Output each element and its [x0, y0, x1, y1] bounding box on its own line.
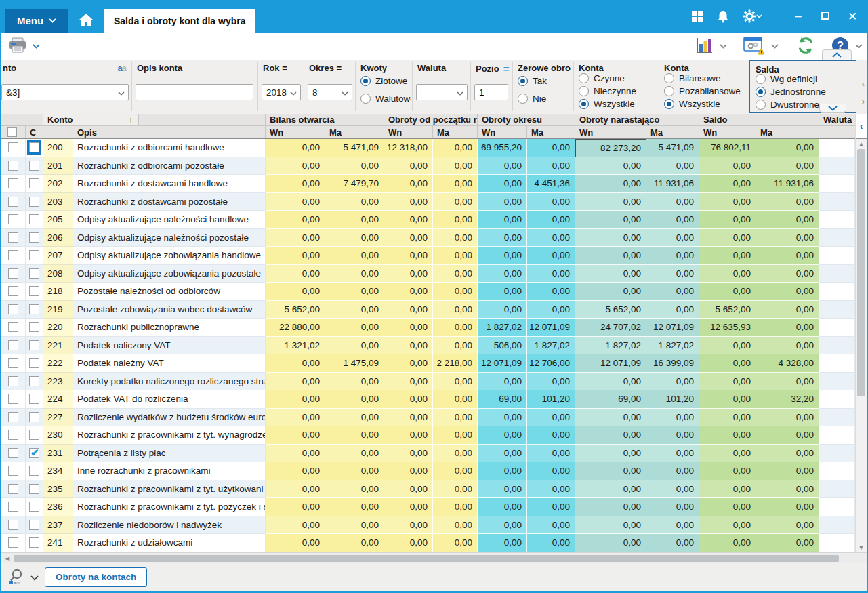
- cell-obroty-okresu-ma[interactable]: 0,00: [527, 498, 575, 516]
- cell-obroty-poczatku-wn[interactable]: 0,00: [384, 534, 433, 552]
- row-select-cell[interactable]: [1, 354, 26, 373]
- cell-obroty-narastajaco-wn[interactable]: 0,00: [575, 498, 646, 516]
- cell-obroty-narastajaco-ma[interactable]: 0,00: [646, 426, 699, 445]
- close-button[interactable]: ✕: [844, 9, 861, 24]
- cell-obroty-poczatku-wn[interactable]: 0,00: [384, 337, 433, 355]
- row-konto[interactable]: 219: [43, 301, 73, 319]
- cell-obroty-okresu-ma[interactable]: 0,00: [527, 373, 575, 391]
- konto-column-header[interactable]: Konto ↑: [43, 114, 139, 126]
- refresh-button[interactable]: [796, 36, 815, 57]
- cell-obroty-poczatku-ma[interactable]: 0,00: [433, 193, 478, 211]
- cell-saldo-wn[interactable]: 0,00: [699, 516, 756, 535]
- equals-icon[interactable]: =: [503, 63, 510, 75]
- row-select-checkbox[interactable]: [8, 394, 18, 404]
- row-select-cell[interactable]: [1, 480, 26, 499]
- cell-obroty-okresu-wn[interactable]: 0,00: [478, 193, 527, 211]
- table-row[interactable]: 230 Rozrachunki z pracownikami z tyt. wy…: [1, 426, 855, 445]
- cell-obroty-narastajaco-ma[interactable]: 5 471,09: [646, 139, 699, 157]
- filter-scroll-left-arrow[interactable]: ‹: [862, 79, 865, 89]
- salda-dwustronne-radio[interactable]: Dwustronne: [756, 100, 819, 110]
- cell-bilans-otwarcia-ma[interactable]: 0,00: [325, 516, 384, 535]
- cell-bilans-otwarcia-ma[interactable]: 0,00: [325, 319, 384, 337]
- cell-obroty-okresu-ma[interactable]: 0,00: [527, 157, 575, 176]
- cell-bilans-otwarcia-wn[interactable]: 5 652,00: [266, 301, 325, 319]
- table-row[interactable]: 203 Rozrachunki z dostawcami pozostałe 0…: [1, 193, 855, 211]
- row-c-checkbox[interactable]: [29, 520, 39, 530]
- cell-obroty-narastajaco-ma[interactable]: 0,00: [646, 193, 699, 211]
- row-c-cell[interactable]: [26, 193, 43, 211]
- row-opis[interactable]: Rozrachunki z dostawcami handlowe: [73, 175, 266, 193]
- row-konto[interactable]: 234: [43, 462, 73, 480]
- row-c-checkbox[interactable]: [29, 448, 39, 458]
- menu-button[interactable]: Menu: [5, 9, 68, 33]
- cell-obroty-poczatku-ma[interactable]: 0,00: [433, 229, 478, 247]
- row-opis[interactable]: Rozliczenie niedoborów i nadwyżek: [73, 516, 266, 535]
- cell-obroty-poczatku-wn[interactable]: 0,00: [384, 426, 433, 445]
- cell-obroty-poczatku-wn[interactable]: 0,00: [384, 265, 433, 283]
- row-select-cell[interactable]: [1, 175, 26, 193]
- row-select-checkbox[interactable]: [8, 412, 18, 422]
- cell-saldo-ma[interactable]: 32,20: [756, 390, 819, 409]
- panel-collapse-left-button[interactable]: ‹: [856, 114, 867, 139]
- cell-obroty-poczatku-ma[interactable]: 0,00: [433, 426, 478, 445]
- row-select-cell[interactable]: [1, 373, 26, 391]
- bo-ma-header[interactable]: Ma: [325, 126, 384, 138]
- cell-waluta[interactable]: [819, 337, 855, 355]
- cell-saldo-ma[interactable]: 0,00: [756, 301, 819, 319]
- table-row[interactable]: 221 Podatek naliczony VAT 1 321,02 0,00 …: [1, 337, 855, 355]
- cell-obroty-okresu-ma[interactable]: 0,00: [527, 247, 575, 265]
- row-select-cell[interactable]: [1, 462, 26, 480]
- cell-obroty-poczatku-wn[interactable]: 0,00: [384, 409, 433, 427]
- cell-waluta[interactable]: [819, 516, 855, 535]
- row-konto[interactable]: 235: [43, 480, 73, 499]
- cell-waluta[interactable]: [819, 139, 855, 157]
- row-konto[interactable]: 205: [43, 211, 73, 229]
- waluta-select[interactable]: [416, 84, 468, 100]
- okres-select[interactable]: 8: [308, 84, 352, 100]
- row-c-checkbox[interactable]: [29, 197, 39, 207]
- table-row[interactable]: 222 Podatek należny VAT 0,00 1 475,09 0,…: [1, 354, 855, 373]
- row-c-checkbox[interactable]: [29, 358, 39, 368]
- row-c-checkbox[interactable]: [29, 484, 39, 494]
- cell-obroty-narastajaco-ma[interactable]: 0,00: [646, 373, 699, 391]
- row-select-checkbox[interactable]: [8, 178, 18, 188]
- row-c-checkbox[interactable]: [29, 466, 39, 476]
- konta-wszystkie-radio[interactable]: Wszystkie: [579, 99, 635, 109]
- row-opis[interactable]: Rozrachunki publicznoprawne: [73, 319, 266, 337]
- row-c-cell[interactable]: [26, 139, 43, 157]
- row-select-cell[interactable]: [1, 301, 26, 319]
- cell-saldo-ma[interactable]: 0,00: [756, 319, 819, 337]
- table-row[interactable]: 208 Odpisy aktualizujące zobowiązania po…: [1, 265, 855, 283]
- cell-obroty-okresu-wn[interactable]: 0,00: [478, 534, 527, 552]
- cell-obroty-narastajaco-wn[interactable]: 0,00: [575, 516, 646, 535]
- cell-obroty-okresu-ma[interactable]: 0,00: [527, 211, 575, 229]
- table-row[interactable]: 223 Korekty podatku naliczonego rozlicza…: [1, 373, 855, 391]
- table-row[interactable]: 220 Rozrachunki publicznoprawne 22 880,0…: [1, 319, 855, 337]
- cell-obroty-okresu-ma[interactable]: 12 071,09: [527, 319, 575, 337]
- cell-waluta[interactable]: [819, 301, 855, 319]
- row-opis[interactable]: Rozliczenie wydatków z budżetu środków e…: [73, 409, 266, 427]
- cell-obroty-narastajaco-ma[interactable]: 0,00: [646, 247, 699, 265]
- row-konto[interactable]: 224: [43, 390, 73, 409]
- cell-obroty-narastajaco-ma[interactable]: 0,00: [646, 301, 699, 319]
- row-select-cell[interactable]: [1, 193, 26, 211]
- cell-obroty-okresu-wn[interactable]: 0,00: [478, 516, 527, 535]
- cell-saldo-wn[interactable]: 0,00: [699, 175, 756, 193]
- row-opis[interactable]: Pozostałe należności od odbiorców: [73, 283, 266, 301]
- cell-obroty-poczatku-ma[interactable]: 0,00: [433, 175, 478, 193]
- row-select-checkbox[interactable]: [8, 232, 18, 243]
- row-opis[interactable]: Korekty podatku naliczonego rozliczanego…: [73, 373, 266, 391]
- cell-obroty-okresu-wn[interactable]: 0,00: [478, 247, 527, 265]
- row-c-checkbox[interactable]: [29, 286, 39, 296]
- cell-bilans-otwarcia-ma[interactable]: 0,00: [325, 480, 384, 499]
- table-row[interactable]: 234 Inne rozrachunki z pracownikami 0,00…: [1, 462, 855, 480]
- cell-bilans-otwarcia-wn[interactable]: 0,00: [266, 247, 325, 265]
- cell-bilans-otwarcia-ma[interactable]: 0,00: [325, 337, 384, 355]
- cell-obroty-okresu-ma[interactable]: 0,00: [527, 265, 575, 283]
- cell-obroty-narastajaco-ma[interactable]: 11 931,06: [646, 175, 699, 193]
- row-select-cell[interactable]: [1, 534, 26, 552]
- cell-obroty-poczatku-wn[interactable]: 0,00: [384, 247, 433, 265]
- cell-bilans-otwarcia-ma[interactable]: 0,00: [325, 426, 384, 445]
- cell-saldo-wn[interactable]: 0,00: [699, 354, 756, 373]
- row-c-checkbox[interactable]: [29, 502, 39, 512]
